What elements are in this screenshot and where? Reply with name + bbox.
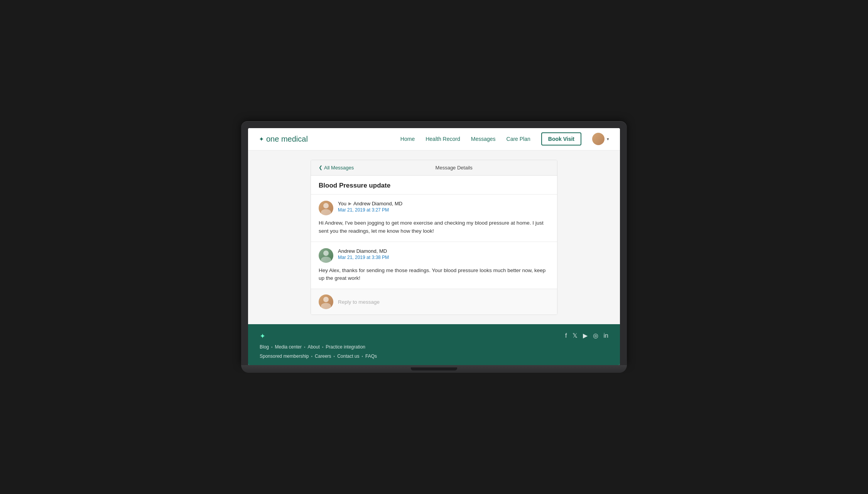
message-container: ❮ All Messages Message Details Blood Pre… bbox=[311, 160, 557, 315]
nav-home[interactable]: Home bbox=[400, 136, 415, 142]
instagram-icon[interactable]: ◎ bbox=[593, 332, 598, 339]
footer-dot-1: • bbox=[271, 345, 273, 349]
footer-link-faqs[interactable]: FAQs bbox=[365, 354, 377, 359]
footer-link-blog[interactable]: Blog bbox=[260, 344, 269, 350]
patient-avatar bbox=[319, 201, 333, 215]
message-1-meta: You ▶ Andrew Diamond, MD Mar 21, 2019 at… bbox=[338, 201, 402, 213]
message-item-1: You ▶ Andrew Diamond, MD Mar 21, 2019 at… bbox=[311, 195, 557, 242]
sender-you: You bbox=[338, 201, 346, 206]
footer-link-sponsored[interactable]: Sponsored membership bbox=[260, 354, 309, 359]
logo-icon: ✦ bbox=[259, 135, 264, 143]
message-header: ❮ All Messages Message Details bbox=[311, 160, 557, 176]
nav-links: Home Health Record Messages Care Plan Bo… bbox=[400, 132, 609, 145]
footer-link-practice[interactable]: Practice integration bbox=[326, 344, 365, 350]
message-2-body: Hey Alex, thanks for sending me those re… bbox=[319, 267, 549, 283]
arrow-icon: ▶ bbox=[348, 201, 351, 206]
footer-links-row-2: Sponsored membership • Careers • Contact… bbox=[260, 354, 377, 359]
message-1-timestamp: Mar 21, 2019 at 3:27 PM bbox=[338, 207, 402, 213]
message-1-sender: You ▶ Andrew Diamond, MD bbox=[338, 201, 402, 206]
message-subject: Blood Pressure update bbox=[311, 176, 557, 195]
footer-logo: ✦ bbox=[260, 332, 377, 340]
back-label: All Messages bbox=[324, 165, 354, 171]
footer-dot-5: • bbox=[334, 354, 335, 359]
book-visit-button[interactable]: Book Visit bbox=[541, 132, 581, 145]
youtube-icon[interactable]: ▶ bbox=[583, 332, 588, 339]
user-avatar bbox=[592, 133, 605, 145]
facebook-icon[interactable]: f bbox=[565, 332, 567, 339]
nav-health-record[interactable]: Health Record bbox=[426, 136, 460, 142]
brand-logo[interactable]: ✦ one medical bbox=[259, 135, 308, 144]
reply-area[interactable]: Reply to message bbox=[311, 289, 557, 315]
footer-dot-6: • bbox=[362, 354, 363, 359]
twitter-icon[interactable]: 𝕏 bbox=[572, 332, 578, 339]
back-to-messages-link[interactable]: ❮ All Messages bbox=[319, 165, 354, 171]
user-menu[interactable]: ▾ bbox=[592, 133, 609, 145]
message-1-body: Hi Andrew, I've been jogging to get more… bbox=[319, 219, 549, 235]
footer-link-about[interactable]: About bbox=[307, 344, 319, 350]
message-2-sender: Andrew Diamond, MD bbox=[338, 248, 389, 254]
message-2-header: Andrew Diamond, MD Mar 21, 2019 at 3:38 … bbox=[319, 248, 549, 263]
footer-link-media[interactable]: Media center bbox=[275, 344, 302, 350]
laptop-hinge bbox=[411, 367, 457, 370]
footer-link-careers[interactable]: Careers bbox=[315, 354, 331, 359]
footer-inner: ✦ Blog • Media center • About • Practice… bbox=[260, 332, 608, 359]
brand-name: one medical bbox=[266, 135, 308, 144]
screen-bezel: ✦ one medical Home Health Record Message… bbox=[241, 121, 627, 365]
message-item-2: Andrew Diamond, MD Mar 21, 2019 at 3:38 … bbox=[311, 242, 557, 289]
screen: ✦ one medical Home Health Record Message… bbox=[248, 128, 620, 365]
nav-messages[interactable]: Messages bbox=[471, 136, 496, 142]
laptop-frame: ✦ one medical Home Health Record Message… bbox=[241, 121, 627, 373]
message-2-meta: Andrew Diamond, MD Mar 21, 2019 at 3:38 … bbox=[338, 248, 389, 260]
footer-dot-2: • bbox=[304, 345, 306, 349]
footer-dot-3: • bbox=[322, 345, 324, 349]
subject-text: Blood Pressure update bbox=[319, 182, 390, 189]
footer-logo-icon: ✦ bbox=[260, 332, 265, 340]
main-content: ❮ All Messages Message Details Blood Pre… bbox=[248, 151, 620, 325]
nav-care-plan[interactable]: Care Plan bbox=[507, 136, 530, 142]
message-2-timestamp: Mar 21, 2019 at 3:38 PM bbox=[338, 255, 389, 260]
recipient-name: Andrew Diamond, MD bbox=[353, 201, 402, 206]
doctor-avatar bbox=[319, 248, 333, 263]
site-footer: ✦ Blog • Media center • About • Practice… bbox=[248, 324, 620, 365]
linkedin-icon[interactable]: in bbox=[604, 332, 608, 339]
footer-links-row-1: Blog • Media center • About • Practice i… bbox=[260, 344, 377, 350]
footer-dot-4: • bbox=[311, 354, 312, 359]
navbar: ✦ one medical Home Health Record Message… bbox=[248, 128, 620, 151]
reply-avatar bbox=[319, 294, 333, 309]
footer-link-contact[interactable]: Contact us bbox=[337, 354, 359, 359]
chevron-left-icon: ❮ bbox=[319, 165, 323, 170]
message-1-header: You ▶ Andrew Diamond, MD Mar 21, 2019 at… bbox=[319, 201, 549, 215]
laptop-base bbox=[241, 365, 627, 373]
footer-social: f 𝕏 ▶ ◎ in bbox=[565, 332, 608, 339]
footer-left: ✦ Blog • Media center • About • Practice… bbox=[260, 332, 377, 359]
message-details-title: Message Details bbox=[358, 165, 549, 171]
reply-placeholder[interactable]: Reply to message bbox=[338, 299, 380, 305]
user-chevron-icon: ▾ bbox=[607, 137, 609, 142]
